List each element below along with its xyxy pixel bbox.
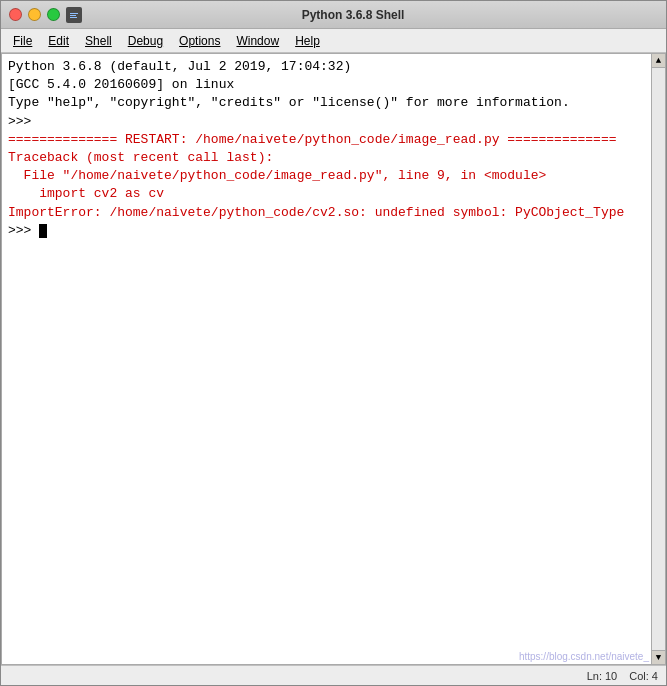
scrollbar-up-button[interactable]: ▲ <box>652 54 665 68</box>
close-button[interactable] <box>9 8 22 21</box>
window: Python 3.6.8 Shell File Edit Shell Debug… <box>0 0 667 686</box>
shell-area: Python 3.6.8 (default, Jul 2 2019, 17:04… <box>1 53 666 665</box>
watermark: https://blog.csdn.net/naivete_ <box>519 651 649 662</box>
shell-traceback-file: File "/home/naivete/python_code/image_re… <box>8 167 645 185</box>
shell-traceback-import: import cv2 as cv <box>8 185 645 203</box>
menubar: File Edit Shell Debug Options Window Hel… <box>1 29 666 53</box>
shell-line-2: [GCC 5.4.0 20160609] on linux <box>8 76 645 94</box>
menu-file[interactable]: File <box>5 32 40 50</box>
menu-options[interactable]: Options <box>171 32 228 50</box>
shell-content[interactable]: Python 3.6.8 (default, Jul 2 2019, 17:04… <box>2 54 651 664</box>
maximize-button[interactable] <box>47 8 60 21</box>
shell-line-1: Python 3.6.8 (default, Jul 2 2019, 17:04… <box>8 58 645 76</box>
svg-rect-2 <box>70 17 77 18</box>
shell-restart-line: ============== RESTART: /home/naivete/py… <box>8 131 645 149</box>
menu-window[interactable]: Window <box>228 32 287 50</box>
titlebar: Python 3.6.8 Shell <box>1 1 666 29</box>
scrollbar[interactable]: ▲ ▼ <box>651 54 665 664</box>
svg-rect-0 <box>70 13 78 14</box>
shell-prompt-2: >>> <box>8 222 645 240</box>
menu-help[interactable]: Help <box>287 32 328 50</box>
scrollbar-down-button[interactable]: ▼ <box>652 650 665 664</box>
shell-line-3: Type "help", "copyright", "credits" or "… <box>8 94 645 112</box>
menu-edit[interactable]: Edit <box>40 32 77 50</box>
shell-prompt-1: >>> <box>8 113 645 131</box>
minimize-button[interactable] <box>28 8 41 21</box>
scrollbar-track[interactable] <box>652 68 665 650</box>
app-icon <box>66 7 82 23</box>
menu-debug[interactable]: Debug <box>120 32 171 50</box>
svg-rect-1 <box>70 15 76 16</box>
statusbar: Ln: 10 Col: 4 <box>1 665 666 685</box>
cursor <box>39 224 47 238</box>
shell-traceback-header: Traceback (most recent call last): <box>8 149 645 167</box>
shell-import-error: ImportError: /home/naivete/python_code/c… <box>8 204 645 222</box>
status-ln: Ln: 10 <box>587 670 618 682</box>
window-title: Python 3.6.8 Shell <box>88 8 618 22</box>
status-col: Col: 4 <box>629 670 658 682</box>
menu-shell[interactable]: Shell <box>77 32 120 50</box>
